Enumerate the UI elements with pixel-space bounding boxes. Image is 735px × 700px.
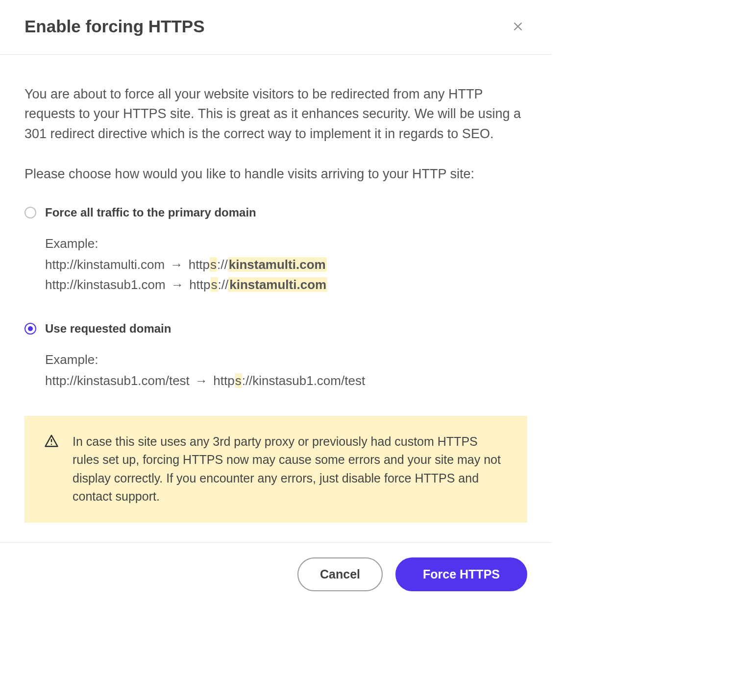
warning-banner: In case this site uses any 3rd party pro… (24, 416, 527, 523)
dialog-footer: Cancel Force HTTPS (0, 542, 552, 611)
option-label: Use requested domain (45, 320, 171, 338)
radio-row-force-primary[interactable]: Force all traffic to the primary domain (24, 204, 527, 221)
option-label: Force all traffic to the primary domain (45, 204, 256, 221)
example-block-requested: Example: http://kinstasub1.com/test → ht… (24, 350, 527, 390)
example-to: https://kinstamulti.com (189, 257, 327, 272)
force-https-dialog: Enable forcing HTTPS You are about to fo… (0, 0, 552, 611)
option-use-requested: Use requested domain Example: http://kin… (24, 320, 527, 390)
dialog-body: You are about to force all your website … (0, 55, 552, 542)
intro-text: You are about to force all your website … (24, 84, 527, 144)
example-label: Example: (45, 350, 527, 369)
warning-text: In case this site uses any 3rd party pro… (73, 433, 506, 506)
example-from: http://kinstamulti.com (45, 257, 165, 272)
example-from: http://kinstasub1.com (45, 277, 166, 292)
example-line: http://kinstasub1.com → https://kinstamu… (45, 275, 527, 294)
force-https-button[interactable]: Force HTTPS (395, 557, 527, 591)
example-from: http://kinstasub1.com/test (45, 373, 190, 388)
example-block-primary: Example: http://kinstamulti.com → https:… (24, 234, 527, 294)
radio-icon (24, 207, 36, 218)
radio-row-use-requested[interactable]: Use requested domain (24, 320, 527, 338)
cancel-button[interactable]: Cancel (297, 557, 383, 591)
arrow-icon: → (170, 255, 183, 274)
close-button[interactable] (509, 17, 527, 36)
example-to: https://kinstasub1.com/test (213, 373, 365, 388)
close-icon (512, 20, 524, 33)
example-label: Example: (45, 234, 527, 253)
prompt-text: Please choose how would you like to hand… (24, 164, 527, 184)
arrow-icon: → (195, 371, 208, 390)
example-line: http://kinstasub1.com/test → https://kin… (45, 371, 527, 390)
radio-icon (24, 323, 36, 335)
svg-point-3 (51, 443, 52, 445)
option-force-primary: Force all traffic to the primary domain … (24, 204, 527, 294)
arrow-icon: → (171, 275, 184, 294)
example-to: https://kinstamulti.com (189, 277, 327, 292)
dialog-header: Enable forcing HTTPS (0, 0, 552, 55)
warning-icon (44, 434, 59, 506)
example-line: http://kinstamulti.com → https://kinstam… (45, 255, 527, 274)
dialog-title: Enable forcing HTTPS (24, 14, 205, 40)
